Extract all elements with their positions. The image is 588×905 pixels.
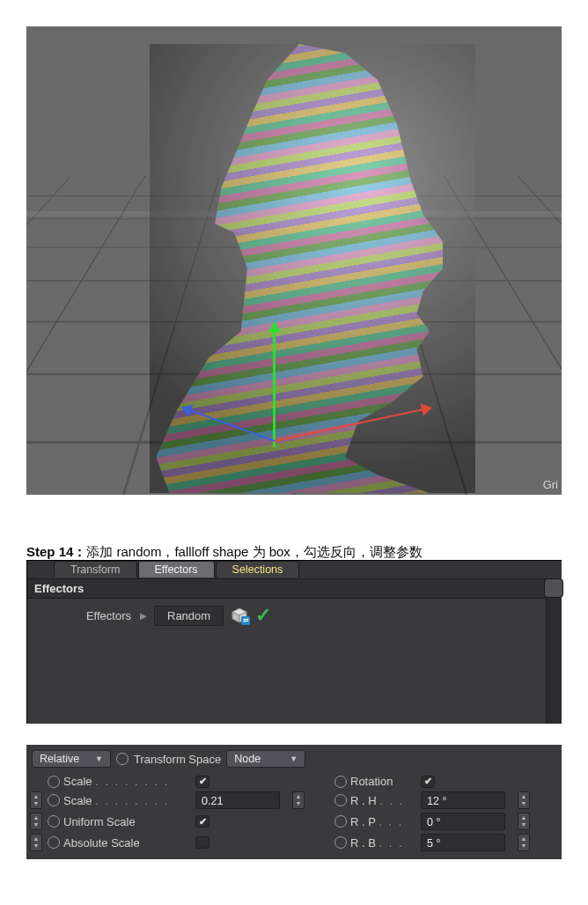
scale-label: Scale — [63, 775, 92, 788]
panel-tabs: Transform Effectors Selections — [27, 561, 562, 578]
rotation-anim-toggle[interactable] — [334, 776, 347, 788]
mode-dropdown-label: Relative — [40, 751, 79, 767]
scale-value-stepper[interactable]: ▲▼ — [30, 791, 42, 809]
uniform-scale-checkbox[interactable]: ✔ — [195, 815, 209, 828]
uniform-scale-stepper[interactable]: ▲▼ — [30, 813, 42, 830]
scrollbar-thumb[interactable] — [544, 578, 563, 598]
scale-value-field[interactable]: 0.21 — [195, 791, 280, 809]
scale-anim-toggle[interactable] — [48, 776, 60, 788]
transform-space-toggle[interactable] — [116, 753, 129, 765]
shuffle-badge-icon: ⇄ — [241, 616, 250, 625]
rh-field[interactable]: 12 ° — [421, 791, 505, 809]
scale-value-anim-toggle[interactable] — [48, 794, 60, 806]
absolute-scale-checkbox[interactable]: ✔ — [195, 836, 209, 849]
step-caption-prefix: Step 14： — [26, 544, 86, 559]
viewport-3d[interactable]: Gri — [26, 26, 562, 495]
absolute-scale-label: Absolute Scale — [63, 836, 140, 850]
step-caption: Step 14：添加 random，fallloff shape 为 box，勾… — [26, 544, 423, 561]
transform-space-label: Transform Space — [134, 753, 221, 766]
space-dropdown-label: Node — [234, 751, 261, 767]
viewport-corner-label: Gri — [543, 478, 558, 491]
rb-field[interactable]: 5 ° — [421, 834, 505, 851]
tab-transform[interactable]: Transform — [54, 561, 137, 578]
rp-label: R . P — [350, 815, 376, 828]
rp-stepper[interactable]: ▲▼ — [518, 813, 530, 830]
effectors-section-header: Effectors — [27, 578, 562, 599]
tab-effectors[interactable]: Effectors — [138, 561, 215, 578]
cube-icon[interactable]: ⇄ — [231, 607, 248, 623]
absolute-scale-stepper[interactable]: ▲▼ — [30, 834, 42, 851]
space-dropdown[interactable]: Node ▼ — [226, 750, 305, 768]
absolute-scale-anim-toggle[interactable] — [48, 836, 60, 849]
rh-anim-toggle[interactable] — [334, 794, 347, 806]
uniform-scale-anim-toggle[interactable] — [48, 815, 60, 828]
effectors-row-label: Effectors — [34, 609, 140, 622]
expand-arrow-icon[interactable]: ▶ — [140, 611, 154, 621]
rp-anim-toggle[interactable] — [334, 815, 347, 828]
checkmark-icon[interactable]: ✓ — [255, 604, 271, 627]
scale-value-label: Scale — [63, 794, 92, 807]
rb-anim-toggle[interactable] — [334, 836, 347, 849]
transform-panel: Relative ▼ Transform Space Node ▼ Scale … — [26, 745, 562, 859]
rb-stepper[interactable]: ▲▼ — [518, 834, 530, 851]
scrollbar[interactable] — [546, 578, 562, 724]
scale-value-stepper-right[interactable]: ▲▼ — [292, 791, 305, 809]
tab-selections[interactable]: Selections — [216, 561, 300, 578]
caret-down-icon: ▼ — [95, 751, 103, 767]
rotation-label: Rotation — [350, 775, 393, 788]
rh-stepper[interactable]: ▲▼ — [518, 791, 530, 809]
rh-label: R . H — [350, 794, 377, 807]
head-model[interactable] — [150, 44, 475, 493]
uniform-scale-label: Uniform Scale — [63, 815, 136, 828]
mode-dropdown[interactable]: Relative ▼ — [32, 750, 111, 768]
rp-field[interactable]: 0 ° — [421, 813, 505, 830]
effector-item-random[interactable]: Random — [154, 606, 224, 626]
axis-y[interactable] — [273, 324, 276, 447]
rb-label: R . B — [350, 836, 376, 850]
effectors-panel: Transform Effectors Selections Effectors… — [26, 560, 562, 724]
scale-checkbox[interactable]: ✔ — [195, 776, 209, 788]
step-caption-text: 添加 random，fallloff shape 为 box，勾选反向，调整参数 — [86, 544, 423, 559]
rotation-checkbox[interactable]: ✔ — [421, 776, 435, 788]
caret-down-icon: ▼ — [290, 751, 298, 767]
